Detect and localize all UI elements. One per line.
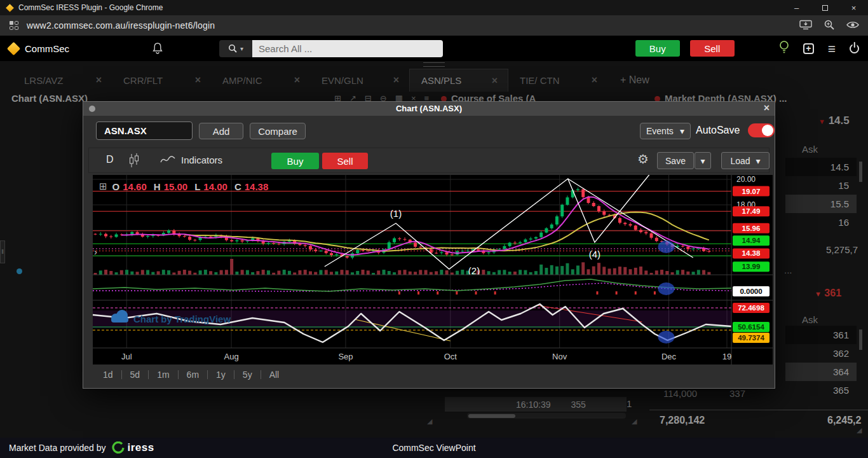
compare-button[interactable]: Compare	[250, 123, 306, 139]
range-6m[interactable]: 6m	[179, 370, 207, 380]
selection-marker	[658, 240, 674, 253]
svg-text:0.0000: 0.0000	[740, 288, 762, 295]
legend-label: O	[112, 181, 120, 192]
x-tick: Dec	[661, 352, 677, 361]
window-title: CommSec IRESS Plugin - Google Chrome	[18, 3, 163, 12]
iress-logo: iress	[112, 441, 154, 454]
favicon-diamond-icon	[6, 4, 14, 12]
modal-header[interactable]: Chart (ASN.ASX) ×	[83, 102, 775, 116]
modal-close-button[interactable]: ×	[764, 102, 770, 114]
legend-value: 14.60	[123, 181, 147, 192]
footer-app-name: CommSec ViewPoint	[392, 443, 475, 453]
search-scope-button[interactable]: ▾	[219, 40, 252, 57]
power-logout-icon[interactable]	[850, 44, 859, 53]
eye-icon[interactable]	[846, 20, 859, 31]
range-all[interactable]: All	[261, 370, 288, 380]
ideas-bulb-icon[interactable]	[779, 40, 789, 57]
maximize-icon	[822, 5, 828, 11]
svg-text:14.38: 14.38	[742, 249, 761, 257]
save-caret-button[interactable]: ▾	[695, 152, 711, 169]
minimize-button[interactable]: –	[782, 0, 811, 15]
address-bar[interactable]: www2.commsec.com.au/iressplugin-net6/log…	[27, 20, 215, 31]
global-search: ▾	[219, 40, 443, 57]
zoom-icon[interactable]	[824, 19, 835, 32]
legend-value: 14.00	[203, 181, 227, 192]
main-menu-icon[interactable]: ≡	[828, 42, 836, 55]
events-label: Events	[646, 126, 674, 136]
svg-text:14.94: 14.94	[742, 237, 761, 244]
wave-label: (1)	[390, 208, 402, 219]
modal-title: Chart (ASN.ASX)	[83, 104, 775, 113]
svg-text:13.99: 13.99	[742, 263, 761, 270]
range-1d[interactable]: 1d	[95, 370, 121, 380]
browser-titlebar: CommSec IRESS Plugin - Google Chrome – ×	[0, 0, 868, 15]
range-selector: 1d5d1m6m1y5yAll	[95, 370, 287, 380]
minimize-icon: –	[794, 3, 799, 13]
commsec-logo[interactable]: CommSec	[9, 43, 69, 54]
interval-button[interactable]: D	[106, 154, 114, 165]
caret-down-icon: ▾	[756, 156, 761, 166]
svg-text:19.07: 19.07	[742, 188, 761, 195]
header-buy-button[interactable]: Buy	[635, 40, 680, 57]
browser-urlbar: www2.commsec.com.au/iressplugin-net6/log…	[0, 15, 868, 36]
svg-text:72.4698: 72.4698	[738, 304, 764, 312]
load-button[interactable]: Load▾	[721, 152, 770, 169]
svg-text:50.6154: 50.6154	[738, 323, 764, 331]
chart-canvas[interactable]: (1)(2)(4)Chart by TradingView20.0018.001…	[93, 175, 773, 364]
legend-label: L	[194, 181, 200, 192]
selection-marker	[658, 331, 674, 344]
range-1m[interactable]: 1m	[149, 370, 177, 380]
y-tick: 20.00	[736, 175, 756, 184]
indicators-button[interactable]: Indicators	[160, 155, 222, 165]
legend-box-icon[interactable]: ⊞	[99, 181, 107, 192]
status-footer: Market Data provided by iress CommSec Vi…	[0, 438, 868, 458]
x-tick: 19	[722, 352, 731, 361]
search-icon	[228, 44, 237, 53]
legend-label: C	[234, 181, 241, 192]
x-tick: Sep	[338, 352, 353, 361]
autosave-label: AutoSave	[696, 125, 740, 136]
events-dropdown[interactable]: Events▾	[640, 123, 691, 139]
chart-toolbar: D Indicators Buy Sell ⚙ Save ▾ Load▾	[88, 148, 770, 173]
svg-text:49.7374: 49.7374	[738, 334, 764, 342]
chart-sell-button[interactable]: Sell	[322, 153, 368, 169]
save-button[interactable]: Save	[657, 152, 694, 169]
maximize-button[interactable]	[811, 0, 839, 15]
add-button[interactable]: Add	[199, 123, 243, 139]
x-tick: Nov	[552, 352, 567, 361]
brand-name: CommSec	[25, 43, 69, 54]
symbol-input[interactable]	[96, 121, 193, 140]
close-icon: ×	[851, 3, 857, 13]
legend-value: 15.00	[164, 181, 188, 192]
tab-groups-icon[interactable]	[9, 20, 19, 31]
wave-label: (4)	[589, 249, 600, 260]
svg-text:Chart by TradingView: Chart by TradingView	[133, 314, 231, 324]
settings-gear-icon[interactable]: ⚙	[637, 151, 649, 167]
install-app-icon[interactable]	[799, 20, 812, 32]
candle-style-icon[interactable]	[128, 153, 140, 171]
search-caret-icon: ▾	[240, 45, 243, 52]
notifications-bell-icon[interactable]	[152, 42, 163, 55]
autosave-toggle[interactable]	[748, 123, 775, 137]
chart-modal: Chart (ASN.ASX) × Add Compare Events▾ Au…	[83, 101, 775, 389]
app-header: CommSec ▾ Buy Sell + ≡	[0, 36, 868, 61]
range-1y[interactable]: 1y	[208, 370, 234, 380]
indicators-label: Indicators	[181, 155, 222, 165]
x-tick: Aug	[224, 352, 239, 361]
x-tick: Jul	[121, 352, 132, 361]
wave-icon	[160, 155, 175, 165]
chart-area: ⊞O14.60H15.00L14.00C14.38 (1)(2)(4)Chart…	[93, 175, 773, 364]
commsec-diamond-icon	[7, 41, 20, 55]
chart-buy-button[interactable]: Buy	[271, 153, 319, 169]
search-input[interactable]	[252, 40, 443, 57]
header-sell-button[interactable]: Sell	[690, 40, 735, 57]
range-5y[interactable]: 5y	[234, 370, 261, 380]
toggle-knob	[762, 125, 773, 136]
ohlc-legend: ⊞O14.60H15.00L14.00C14.38	[99, 181, 272, 192]
add-widget-button[interactable]: +	[803, 43, 814, 54]
svg-text:15.96: 15.96	[742, 225, 761, 232]
range-5d[interactable]: 5d	[122, 370, 149, 380]
close-window-button[interactable]: ×	[839, 0, 868, 15]
svg-text:17.49: 17.49	[742, 207, 761, 215]
legend-value: 14.38	[245, 181, 269, 192]
